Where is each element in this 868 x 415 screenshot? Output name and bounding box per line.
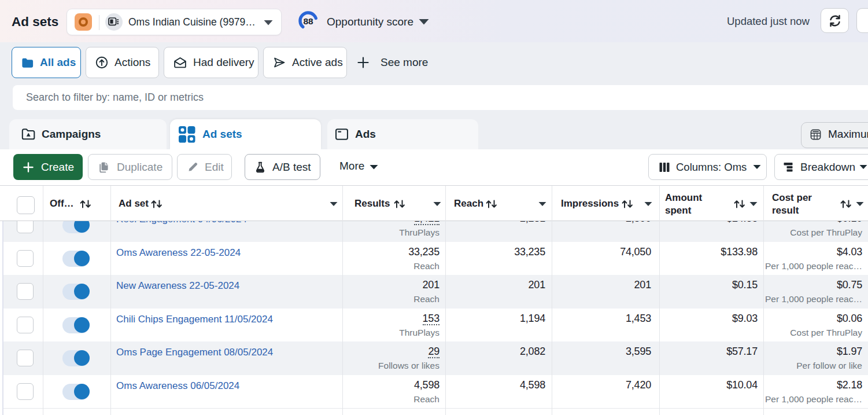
svg-text:88: 88 [303, 16, 313, 26]
